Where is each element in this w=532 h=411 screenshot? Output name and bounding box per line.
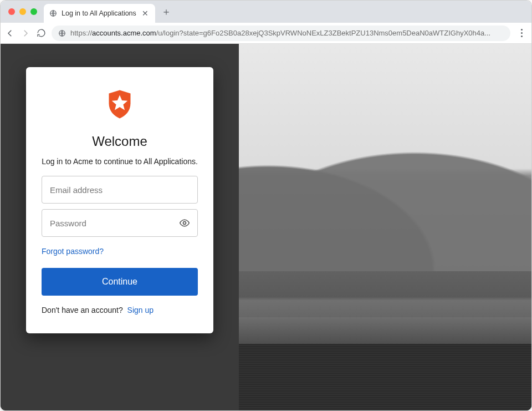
tab-close-button[interactable]: ✕ bbox=[141, 9, 150, 18]
password-field-wrapper bbox=[42, 209, 198, 237]
signup-link[interactable]: Sign up bbox=[127, 306, 154, 314]
window-traffic-lights bbox=[5, 8, 40, 15]
background-image bbox=[239, 44, 531, 410]
url-text: https://accounts.acme.com/u/login?state=… bbox=[70, 29, 490, 37]
window-maximize-button[interactable] bbox=[30, 8, 37, 15]
eye-icon bbox=[179, 217, 190, 229]
password-field[interactable] bbox=[42, 209, 198, 237]
tab-bar: Log in to All Applications ✕ ＋ bbox=[1, 1, 531, 23]
login-subtext: Log in to Acme to continue to All Applic… bbox=[42, 157, 198, 166]
forward-button[interactable] bbox=[21, 28, 30, 38]
browser-tab[interactable]: Log in to All Applications ✕ bbox=[44, 4, 155, 23]
forgot-password-link[interactable]: Forgot password? bbox=[42, 247, 104, 256]
login-panel: Welcome Log in to Acme to continue to Al… bbox=[1, 44, 239, 410]
address-bar[interactable]: https://accounts.acme.com/u/login?state=… bbox=[52, 26, 510, 41]
water-illustration bbox=[239, 344, 531, 410]
login-card: Welcome Log in to Acme to continue to Al… bbox=[26, 67, 213, 333]
new-tab-button[interactable]: ＋ bbox=[158, 4, 174, 19]
mountain-illustration bbox=[239, 127, 531, 271]
svg-point-2 bbox=[183, 222, 186, 225]
reload-button[interactable] bbox=[36, 28, 46, 38]
page-title: Welcome bbox=[92, 134, 147, 149]
email-field-wrapper bbox=[42, 176, 198, 204]
site-info-icon[interactable] bbox=[58, 29, 66, 37]
tab-title: Log in to All Applications bbox=[62, 9, 136, 17]
signup-prompt: Don't have an account? bbox=[42, 306, 123, 314]
toggle-password-visibility-button[interactable] bbox=[177, 215, 192, 231]
browser-window: Log in to All Applications ✕ ＋ https://a… bbox=[0, 0, 532, 411]
signup-row: Don't have an account? Sign up bbox=[42, 306, 154, 314]
window-minimize-button[interactable] bbox=[19, 8, 26, 15]
browser-toolbar: https://accounts.acme.com/u/login?state=… bbox=[1, 23, 531, 44]
browser-menu-button[interactable] bbox=[516, 27, 527, 39]
globe-icon bbox=[49, 9, 57, 17]
logo-shield-icon bbox=[106, 89, 133, 119]
shore-illustration bbox=[239, 317, 531, 345]
window-close-button[interactable] bbox=[8, 8, 15, 15]
email-field[interactable] bbox=[42, 176, 198, 204]
continue-button[interactable]: Continue bbox=[42, 268, 198, 296]
back-button[interactable] bbox=[5, 28, 15, 38]
page-content: Welcome Log in to Acme to continue to Al… bbox=[1, 44, 531, 410]
